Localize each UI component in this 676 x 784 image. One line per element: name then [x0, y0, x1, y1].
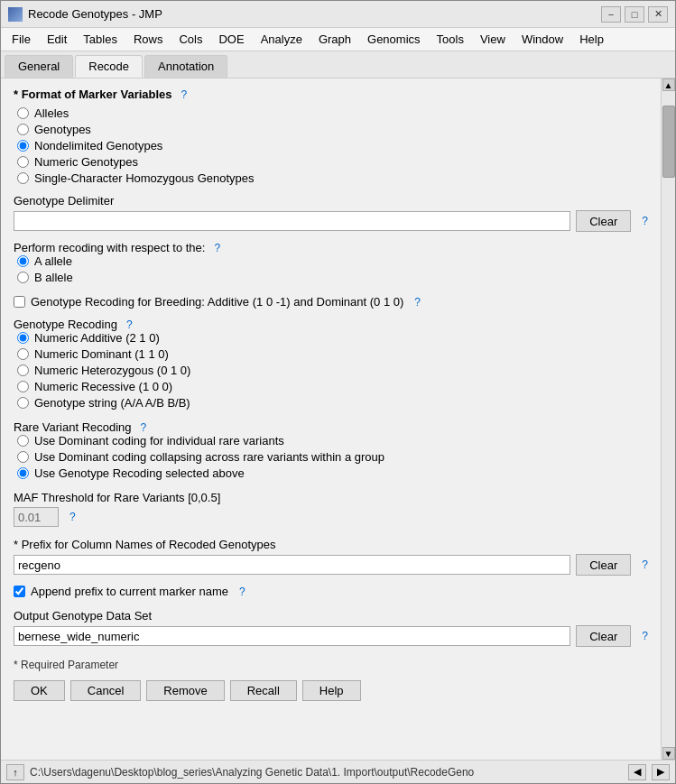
- menu-doe[interactable]: DOE: [211, 30, 251, 49]
- menu-help[interactable]: Help: [572, 30, 611, 49]
- delimiter-clear-button[interactable]: Clear: [576, 210, 631, 232]
- genotype-recoding-radio-group: Numeric Additive (2 1 0) Numeric Dominan…: [17, 331, 648, 410]
- gr-numeric-dominant[interactable]: Numeric Dominant (1 1 0): [17, 347, 648, 361]
- main-window: Recode Genotypes - JMP − □ ✕ File Edit T…: [0, 0, 676, 784]
- help-button[interactable]: Help: [302, 680, 361, 701]
- append-label: Append prefix to current marker name: [31, 585, 228, 598]
- breeding-checkbox[interactable]: [14, 296, 25, 308]
- scroll-thumb[interactable]: [662, 106, 675, 178]
- menu-edit[interactable]: Edit: [40, 30, 74, 49]
- recoding-section: Perform recoding with respect to the: ? …: [14, 241, 648, 284]
- output-help[interactable]: ?: [642, 630, 648, 642]
- rare-variant-header: Rare Variant Recoding ?: [14, 420, 648, 434]
- prefix-clear-button[interactable]: Clear: [576, 554, 631, 576]
- breeding-row: Genotype Recoding for Breeding: Additive…: [14, 295, 648, 309]
- prefix-section: * Prefix for Column Names of Recoded Gen…: [14, 538, 648, 576]
- recall-button[interactable]: Recall: [230, 680, 297, 701]
- rare-variant-radio-group: Use Dominant coding for individual rare …: [17, 434, 648, 480]
- ok-button[interactable]: OK: [14, 680, 65, 701]
- window-title: Recode Genotypes - JMP: [28, 7, 162, 21]
- title-buttons: − □ ✕: [601, 6, 668, 23]
- status-bar: ↑ C:\Users\dagenu\Desktop\blog_series\An…: [1, 760, 675, 783]
- format-genotypes[interactable]: Genotypes: [17, 123, 648, 136]
- gr-numeric-recessive[interactable]: Numeric Recessive (1 0 0): [17, 380, 648, 393]
- rv-dominant-individual[interactable]: Use Dominant coding for individual rare …: [17, 434, 648, 447]
- format-alleles[interactable]: Alleles: [17, 106, 648, 120]
- append-checkbox[interactable]: [14, 586, 25, 597]
- menu-cols[interactable]: Cols: [171, 30, 209, 49]
- main-area: * Format of Marker Variables ? Alleles G…: [1, 78, 675, 760]
- recoding-header: Perform recoding with respect to the: ?: [14, 241, 648, 254]
- tab-recode[interactable]: Recode: [75, 55, 143, 78]
- prefix-input-row: Clear ?: [14, 554, 648, 576]
- delimiter-input-row: Clear ?: [14, 210, 648, 232]
- format-single[interactable]: Single-Character Homozygous Genotypes: [17, 171, 648, 185]
- gr-numeric-heterozygous[interactable]: Numeric Heterozygous (0 1 0): [17, 364, 648, 377]
- format-numeric[interactable]: Numeric Genotypes: [17, 155, 648, 169]
- rare-variant-section: Rare Variant Recoding ? Use Dominant cod…: [14, 420, 648, 480]
- recoding-b-allele[interactable]: B allele: [17, 271, 648, 284]
- format-help[interactable]: ?: [181, 88, 188, 101]
- genotype-recoding-label: Genotype Recoding: [14, 318, 117, 331]
- gr-genotype-string[interactable]: Genotype string (A/A A/B B/B): [17, 396, 648, 410]
- prefix-help[interactable]: ?: [642, 558, 648, 571]
- menu-file[interactable]: File: [5, 30, 38, 49]
- menu-rows[interactable]: Rows: [126, 30, 171, 49]
- scroll-up-button[interactable]: ▲: [662, 78, 675, 91]
- recoding-help[interactable]: ?: [214, 242, 220, 254]
- maf-help[interactable]: ?: [69, 511, 76, 523]
- delimiter-input[interactable]: [14, 211, 570, 231]
- required-note: * Required Parameter: [14, 658, 648, 671]
- breeding-help[interactable]: ?: [414, 296, 421, 309]
- format-nondelimited[interactable]: Nondelimited Genotypes: [17, 139, 648, 152]
- menu-view[interactable]: View: [473, 30, 513, 49]
- title-bar-left: Recode Genotypes - JMP: [8, 7, 162, 22]
- tab-bar: General Recode Annotation: [1, 51, 675, 78]
- nav-right-button[interactable]: ▶: [652, 764, 670, 780]
- genotype-recoding-section: Genotype Recoding ? Numeric Additive (2 …: [14, 318, 648, 410]
- rv-dominant-collapsing[interactable]: Use Dominant coding collapsing across ra…: [17, 450, 648, 464]
- scroll-down-button[interactable]: ▼: [662, 747, 675, 760]
- menu-window[interactable]: Window: [514, 30, 570, 49]
- menu-genomics[interactable]: Genomics: [360, 30, 428, 49]
- menu-analyze[interactable]: Analyze: [254, 30, 310, 49]
- remove-button[interactable]: Remove: [146, 680, 224, 701]
- rare-variant-help[interactable]: ?: [141, 421, 147, 434]
- tab-general[interactable]: General: [5, 55, 73, 78]
- menu-tools[interactable]: Tools: [430, 30, 471, 49]
- maf-section: MAF Threshold for Rare Variants [0,0.5] …: [14, 491, 648, 527]
- minimize-button[interactable]: −: [601, 6, 621, 23]
- rv-use-genotype[interactable]: Use Genotype Recoding selected above: [17, 466, 648, 480]
- required-label: * Required Parameter: [14, 659, 118, 671]
- prefix-label: * Prefix for Column Names of Recoded Gen…: [14, 538, 648, 551]
- delimiter-help[interactable]: ?: [642, 215, 648, 227]
- recoding-label: Perform recoding with respect to the:: [14, 241, 205, 254]
- app-icon: [8, 7, 23, 22]
- genotype-recoding-header: Genotype Recoding ?: [14, 318, 648, 331]
- scrollbar[interactable]: ▲ ▼: [661, 78, 675, 760]
- recoding-a-allele[interactable]: A allele: [17, 254, 648, 268]
- menu-tables[interactable]: Tables: [76, 30, 125, 49]
- close-button[interactable]: ✕: [648, 6, 668, 23]
- prefix-input[interactable]: [14, 555, 570, 575]
- status-path: C:\Users\dagenu\Desktop\blog_series\Anal…: [30, 766, 623, 779]
- format-label: * Format of Marker Variables: [14, 88, 172, 101]
- append-row: Append prefix to current marker name ?: [14, 585, 648, 598]
- menu-bar: File Edit Tables Rows Cols DOE Analyze G…: [1, 28, 675, 51]
- format-radio-group: Alleles Genotypes Nondelimited Genotypes…: [17, 106, 648, 185]
- maf-input[interactable]: [14, 507, 59, 527]
- output-input[interactable]: [14, 626, 570, 646]
- nav-up-button[interactable]: ↑: [6, 764, 24, 780]
- format-header: * Format of Marker Variables ?: [14, 88, 648, 101]
- maximize-button[interactable]: □: [625, 6, 644, 23]
- nav-left-button[interactable]: ◀: [628, 764, 646, 780]
- menu-graph[interactable]: Graph: [311, 30, 358, 49]
- tab-annotation[interactable]: Annotation: [144, 55, 227, 78]
- output-clear-button[interactable]: Clear: [576, 625, 631, 647]
- gr-numeric-additive[interactable]: Numeric Additive (2 1 0): [17, 331, 648, 345]
- genotype-recoding-help[interactable]: ?: [126, 318, 133, 331]
- output-section: Output Genotype Data Set Clear ?: [14, 609, 648, 647]
- action-buttons: OK Cancel Remove Recall Help: [14, 680, 648, 701]
- append-help[interactable]: ?: [239, 586, 245, 598]
- cancel-button[interactable]: Cancel: [70, 680, 141, 701]
